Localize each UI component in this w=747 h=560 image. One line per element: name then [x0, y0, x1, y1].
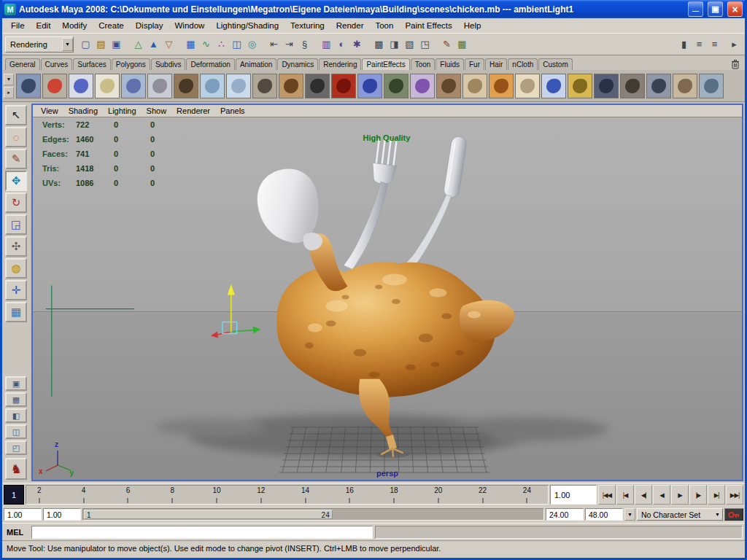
step-back-key-button[interactable]: ◀| — [635, 485, 652, 505]
last-tool-used-button[interactable]: ▦ — [5, 302, 27, 322]
single-pane-layout-button[interactable]: ▣ — [5, 376, 27, 391]
shelf-brush-button[interactable] — [462, 74, 487, 98]
step-forward-key-button[interactable]: |▶ — [689, 485, 707, 505]
range-slider-track[interactable]: 1 24 — [82, 508, 544, 521]
shelf-tab-custom[interactable]: Custom — [538, 58, 572, 70]
play-backwards-button[interactable]: ◀ — [653, 485, 670, 505]
menu-item[interactable]: Paint Effects — [399, 19, 457, 32]
show-menubar-toggle-button[interactable]: ≡ — [692, 36, 707, 52]
menu-item[interactable]: File — [5, 19, 31, 32]
menu-item[interactable]: Toon — [369, 19, 399, 32]
shelf-brush-button[interactable] — [436, 74, 461, 98]
step-forward-frame-button[interactable]: ▶| — [708, 485, 725, 505]
snap-to-view-plane-button[interactable]: ◫ — [229, 36, 244, 52]
shelf-tab-toon[interactable]: Toon — [411, 58, 436, 70]
shelf-brush-button[interactable] — [147, 74, 172, 98]
playback-start-field[interactable]: 1.00 — [43, 508, 81, 521]
playback-end-field[interactable]: 24.00 — [546, 508, 584, 521]
shelf-tab-curves[interactable]: Curves — [41, 58, 73, 70]
shelf-brush-button[interactable] — [541, 74, 566, 98]
chevron-down-icon[interactable]: ▼ — [62, 38, 73, 51]
shelf-brush-button[interactable] — [331, 74, 356, 98]
command-line-mode-button[interactable]: MEL — [4, 528, 29, 537]
select-hierarchy-mode-button[interactable]: △ — [131, 36, 146, 52]
menu-item[interactable]: Create — [93, 19, 130, 32]
panel-menu-item[interactable]: Show — [142, 106, 172, 116]
save-scene-button[interactable]: ▣ — [109, 36, 124, 52]
minimize-button[interactable]: — — [688, 1, 703, 17]
select-object-mode-button[interactable]: ▲ — [146, 36, 161, 52]
animation-start-field[interactable]: 1.00 — [4, 508, 42, 521]
time-slider[interactable]: 1 2 4 6 8 — [2, 483, 745, 506]
menu-item[interactable]: Lighting/Shading — [210, 19, 285, 32]
shelf-brush-button[interactable] — [515, 74, 540, 98]
shelf-brush-button[interactable] — [16, 74, 41, 98]
shelf-tab-surfaces[interactable]: Surfaces — [73, 58, 110, 70]
render-settings-button[interactable]: ✱ — [349, 36, 365, 52]
panel-menu-item[interactable]: Shading — [63, 106, 103, 116]
open-scene-button[interactable]: ▤ — [93, 36, 109, 52]
current-frame-indicator[interactable]: 1 — [4, 485, 24, 505]
range-preset-dropdown-button[interactable]: ▼ — [624, 508, 635, 521]
select-tool-button[interactable]: ↖ — [5, 105, 27, 125]
select-component-mode-button[interactable]: ▽ — [161, 36, 177, 52]
shelf-brush-button[interactable] — [673, 74, 697, 98]
show-shelf-toggle-button[interactable]: ≡ — [707, 36, 722, 52]
open-hypergraph-button[interactable]: ◳ — [417, 36, 433, 52]
trash-icon[interactable] — [729, 58, 742, 70]
collapse-status-line-button[interactable]: ▸ — [727, 36, 742, 52]
shelf-brush-button[interactable] — [252, 74, 277, 98]
scale-tool-button[interactable]: ◲ — [5, 214, 27, 235]
menu-item[interactable]: Help — [458, 19, 487, 32]
shelf-brush-button[interactable] — [69, 74, 93, 98]
command-input-field[interactable] — [31, 526, 373, 539]
shelf-tab-animation[interactable]: Animation — [236, 58, 276, 70]
shelf-brush-button[interactable] — [384, 74, 409, 98]
paint-effects-mode-button[interactable]: ✎ — [439, 36, 454, 52]
shelf-brush-button[interactable] — [410, 74, 435, 98]
auto-keyframe-toggle[interactable] — [724, 508, 743, 521]
shelf-brush-button[interactable] — [42, 74, 67, 98]
animation-end-field[interactable]: 48.00 — [585, 508, 623, 521]
two-pane-side-layout-button[interactable]: ◫ — [5, 424, 27, 439]
show-grid-toggle-button[interactable]: ▦ — [454, 36, 470, 52]
move-tool-button[interactable]: ✥ — [5, 171, 27, 191]
current-time-field[interactable]: 1.00 — [550, 485, 597, 505]
shelf-tab-painteffects[interactable]: PaintEffects — [362, 58, 409, 70]
open-outliner-button[interactable]: ▧ — [402, 36, 417, 52]
persp-graph-layout-button[interactable]: ◰ — [5, 440, 27, 455]
shelf-brush-button[interactable] — [121, 74, 146, 98]
shelf-brush-button[interactable] — [699, 74, 724, 98]
universal-manipulator-tool-button[interactable]: ✣ — [5, 236, 27, 257]
open-hypershade-button[interactable]: ▩ — [371, 36, 387, 52]
paint-select-tool-button[interactable]: ✎ — [5, 149, 27, 169]
timeline-track[interactable]: 2 4 6 8 10 — [26, 485, 549, 505]
menu-item[interactable]: Window — [169, 19, 210, 32]
menu-item[interactable]: Edit — [31, 19, 57, 32]
playback-range-handle[interactable]: 1 24 — [84, 510, 333, 519]
menu-item[interactable]: Display — [130, 19, 169, 32]
open-render-view-button[interactable]: ◨ — [387, 36, 402, 52]
snap-to-curve-button[interactable]: ∿ — [198, 36, 214, 52]
make-live-button[interactable]: ◎ — [244, 36, 260, 52]
shelf-brush-button[interactable] — [646, 74, 671, 98]
shelf-tab-polygons[interactable]: Polygons — [112, 58, 150, 70]
toggle-ui-elements-button[interactable]: ▮ — [676, 36, 692, 52]
shelf-tab-subdivs[interactable]: Subdivs — [151, 58, 186, 70]
shelf-brush-button[interactable] — [620, 74, 645, 98]
shelf-tab-fur[interactable]: Fur — [465, 58, 484, 70]
panel-menu-item[interactable]: View — [36, 106, 63, 116]
maximize-button[interactable]: ▣ — [708, 1, 723, 17]
shelf-brush-button[interactable] — [95, 74, 120, 98]
new-scene-button[interactable]: ▢ — [78, 36, 93, 52]
perspective-viewport[interactable]: ViewShadingLightingShowRendererPanels — [31, 104, 743, 481]
step-back-frame-button[interactable]: |◀ — [616, 485, 634, 505]
shelf-tab-deformation[interactable]: Deformation — [186, 58, 234, 70]
panel-menu-item[interactable]: Panels — [215, 106, 250, 116]
character-set-selector[interactable]: No Character Set ▼ — [637, 508, 723, 521]
shelf-brush-button[interactable] — [489, 74, 514, 98]
shelf-tab-rendering[interactable]: Rendering — [319, 58, 361, 70]
shelf-tab-ncloth[interactable]: nCloth — [508, 58, 538, 70]
shelf-tab-dynamics[interactable]: Dynamics — [277, 58, 318, 70]
shelf-brush-button[interactable] — [279, 74, 303, 98]
